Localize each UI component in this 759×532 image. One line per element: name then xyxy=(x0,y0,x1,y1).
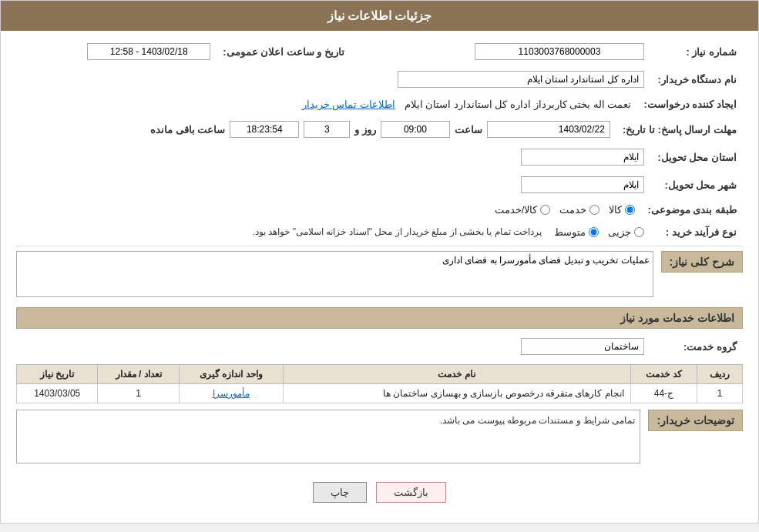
announce-value-input[interactable] xyxy=(87,43,210,60)
bottom-buttons: بازگشت چاپ xyxy=(16,474,743,514)
time-label: ساعت xyxy=(455,124,482,136)
page-header: جزئیات اطلاعات نیاز xyxy=(1,1,758,31)
buyer-notes-title: توضیحات خریدار: xyxy=(648,410,743,431)
need-number-label: شماره نیاز : xyxy=(650,40,743,63)
buyer-notes-text: تمامی شرایط و مستندات مربوطه پیوست می با… xyxy=(440,415,636,426)
general-desc-textarea[interactable]: عملیات تخریب و تبدیل فضای مأمورسرا به فض… xyxy=(16,251,653,297)
deadline-label: مهلت ارسال پاسخ: تا تاریخ: xyxy=(616,118,743,141)
buyer-org-input[interactable] xyxy=(398,71,644,88)
purchase-note: پرداخت تمام یا بخشی از مبلغ خریدار از مح… xyxy=(253,226,542,237)
back-button[interactable]: بازگشت xyxy=(376,482,446,503)
col-date: تاریخ نیاز xyxy=(17,365,98,384)
days-input[interactable] xyxy=(304,121,350,138)
category-row: طبقه بندی موضوعی: کالا خدمت xyxy=(16,201,743,219)
buyer-notes-box: تمامی شرایط و مستندات مربوطه پیوست می با… xyxy=(16,410,640,463)
category-option-service[interactable]: خدمت xyxy=(559,204,599,216)
cell-unit: مأمورسرا xyxy=(179,384,283,403)
purchase-type-row: نوع فرآیند خرید : جزیی متوسط xyxy=(16,223,743,241)
contact-link[interactable]: اطلاعات تماس خریدار xyxy=(302,99,395,110)
buyer-org-label: نام دستگاه خریدار: xyxy=(650,68,743,91)
service-group-label: گروه خدمت: xyxy=(650,335,743,358)
col-code: کد خدمت xyxy=(630,365,697,384)
category-both-label: کالا/خدمت xyxy=(495,204,538,216)
category-service-label: خدمت xyxy=(559,204,586,216)
category-label: طبقه بندی موضوعی: xyxy=(641,201,743,219)
purchase-type-label: نوع فرآیند خرید : xyxy=(650,223,743,241)
purchase-radio-medium[interactable] xyxy=(589,227,599,237)
days-label: روز و xyxy=(354,124,376,136)
announce-label: تاریخ و ساعت اعلان عمومی: xyxy=(217,40,351,63)
city-input[interactable] xyxy=(521,176,644,193)
deadline-row: مهلت ارسال پاسخ: تا تاریخ: ساعت روز و سا… xyxy=(16,118,743,141)
purchase-option-medium[interactable]: متوسط xyxy=(554,226,599,238)
main-content: شماره نیاز : تاریخ و ساعت اعلان عمومی: ن… xyxy=(1,31,758,523)
category-radio-kala[interactable] xyxy=(625,205,635,215)
need-number-input[interactable] xyxy=(475,43,644,60)
print-button[interactable]: چاپ xyxy=(313,482,367,503)
cell-date: 1403/03/05 xyxy=(17,384,98,403)
deadline-date-input[interactable] xyxy=(487,121,610,138)
purchase-radio-partial[interactable] xyxy=(634,227,644,237)
general-desc-box: عملیات تخریب و تبدیل فضای مأمورسرا به فض… xyxy=(16,251,653,299)
category-option-both[interactable]: کالا/خدمت xyxy=(495,204,551,216)
remaining-label: ساعت باقی مانده xyxy=(150,124,225,136)
services-table: ردیف کد خدمت نام خدمت واحد اندازه گیری ت… xyxy=(16,364,743,403)
category-radio-both[interactable] xyxy=(540,205,550,215)
cell-code: ج-44 xyxy=(630,384,697,403)
col-unit: واحد اندازه گیری xyxy=(179,365,283,384)
col-name: نام خدمت xyxy=(283,365,630,384)
purchase-medium-label: متوسط xyxy=(554,226,586,238)
buyer-notes-content: تمامی شرایط و مستندات مربوطه پیوست می با… xyxy=(16,410,640,470)
province-row: استان محل تحویل: xyxy=(16,146,743,169)
need-number-row: شماره نیاز : تاریخ و ساعت اعلان عمومی: xyxy=(16,40,743,63)
city-row: شهر محل تحویل: xyxy=(16,173,743,196)
province-label: استان محل تحویل: xyxy=(650,146,743,169)
table-row: 1 ج-44 انجام کارهای متفرقه درخصوص بازساز… xyxy=(17,384,743,403)
purchase-option-partial[interactable]: جزیی xyxy=(608,226,644,238)
service-group-input[interactable] xyxy=(521,338,644,355)
deadline-time-input[interactable] xyxy=(381,121,450,138)
services-section-title: اطلاعات خدمات مورد نیاز xyxy=(16,307,743,329)
unit-link[interactable]: مأمورسرا xyxy=(213,388,250,399)
cell-name: انجام کارهای متفرقه درخصوص بازسازی و بهس… xyxy=(283,384,630,403)
buyer-org-row: نام دستگاه خریدار: xyxy=(16,68,743,91)
col-qty: تعداد / مقدار xyxy=(98,365,179,384)
remaining-time-input[interactable] xyxy=(230,121,299,138)
creator-label: ایجاد کننده درخواست: xyxy=(637,95,743,113)
city-label: شهر محل تحویل: xyxy=(650,173,743,196)
page-title: جزئیات اطلاعات نیاز xyxy=(327,9,432,22)
service-group-row: گروه خدمت: xyxy=(16,335,743,358)
general-desc-title: شرح کلی نیاز: xyxy=(661,251,743,273)
province-input[interactable] xyxy=(521,149,644,166)
cell-qty: 1 xyxy=(98,384,179,403)
category-kala-label: کالا xyxy=(609,204,622,216)
purchase-radio-group: جزیی متوسط xyxy=(554,226,644,238)
col-row: ردیف xyxy=(697,365,743,384)
category-radio-service[interactable] xyxy=(589,205,599,215)
category-option-kala[interactable]: کالا xyxy=(609,204,635,216)
purchase-partial-label: جزیی xyxy=(608,226,631,238)
buyer-notes-section: توضیحات خریدار: تمامی شرایط و مستندات مر… xyxy=(16,410,743,470)
creator-value: نعمت اله بختی کاربرداز اداره کل استاندار… xyxy=(405,99,632,110)
category-radio-group: کالا خدمت کالا/خدمت xyxy=(22,204,635,216)
creator-row: ایجاد کننده درخواست: نعمت اله بختی کاربر… xyxy=(16,95,743,113)
general-desc-section: شرح کلی نیاز: عملیات تخریب و تبدیل فضای … xyxy=(16,251,743,299)
cell-row: 1 xyxy=(697,384,743,403)
page-wrapper: جزئیات اطلاعات نیاز شماره نیاز : تاریخ و… xyxy=(0,0,759,524)
